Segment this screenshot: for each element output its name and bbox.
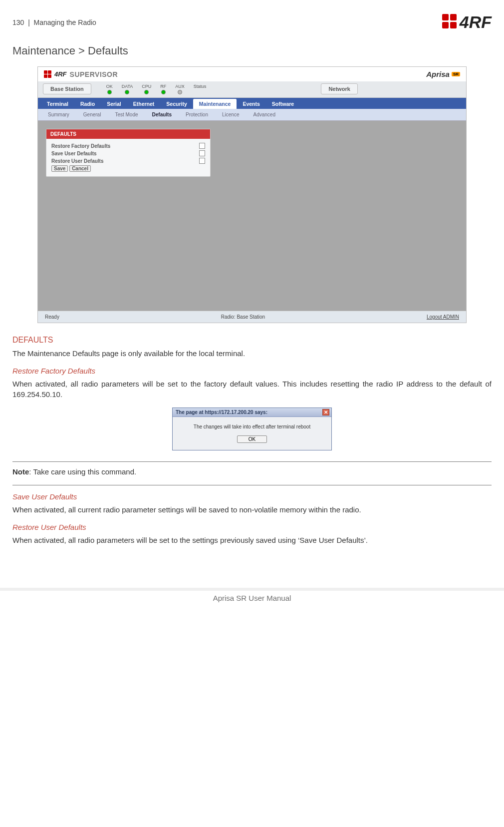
page-title: Maintenance > Defaults	[12, 44, 492, 57]
heading-defaults: DEFAULTS	[12, 336, 492, 345]
paragraph-restore-factory: When activated, all radio parameters wil…	[12, 379, 492, 400]
dialog-body: The changes will take into effect after …	[173, 417, 331, 450]
footer-statusbar: Ready Radio: Base Station Logout ADMIN	[38, 311, 466, 323]
paragraph-save-user: When activated, all current radio parame…	[12, 505, 492, 515]
heading-save-user: Save User Defaults	[12, 492, 492, 501]
cancel-button[interactable]: Cancel	[69, 165, 91, 172]
led-label: RF	[160, 84, 166, 89]
content-canvas: DEFAULTS Restore Factory Defaults Save U…	[38, 121, 466, 311]
status-ready: Ready	[45, 314, 59, 320]
logo-dots-icon	[44, 70, 51, 78]
paragraph-restore-user: When activated, all radio parameters wil…	[12, 535, 492, 545]
tab-security[interactable]: Security	[160, 99, 193, 109]
led-label: AUX	[175, 84, 185, 89]
dialog-titlebar: The page at https://172.17.200.20 says: …	[173, 408, 331, 417]
tab-events[interactable]: Events	[237, 99, 265, 109]
divider	[12, 485, 492, 485]
sub-nav: Summary General Test Mode Defaults Prote…	[38, 109, 466, 121]
aprisa-logo: Aprisa SR	[426, 70, 460, 78]
status-left: Base Station	[43, 83, 91, 94]
heading-restore-factory: Restore Factory Defaults	[12, 367, 492, 375]
tab-serial[interactable]: Serial	[101, 99, 127, 109]
note-label: Note	[12, 467, 29, 476]
dialog-title: The page at https://172.17.200.20 says:	[176, 410, 267, 415]
checkbox-restore-user[interactable]	[199, 158, 205, 164]
status-leds: OK DATA CPU RF AUX Status	[106, 84, 207, 94]
tab-ethernet[interactable]: Ethernet	[127, 99, 161, 109]
note-line: Note: Take care using this command.	[12, 467, 492, 477]
brand-text: 4RF	[460, 12, 492, 32]
subtab-summary[interactable]: Summary	[41, 110, 76, 119]
row-save-user: Save User Defaults	[51, 150, 205, 156]
divider	[12, 461, 492, 462]
header-left: 130 | Managing the Radio	[12, 18, 96, 26]
aprisa-badge: SR	[452, 72, 460, 76]
led-cpu-icon	[144, 90, 149, 94]
close-icon[interactable]: ✕	[322, 409, 329, 415]
led-label: OK	[106, 84, 113, 89]
brand-logo: 4RF	[442, 12, 492, 32]
page-header: 130 | Managing the Radio 4RF	[12, 12, 492, 32]
row-label: Restore Factory Defaults	[51, 143, 110, 149]
note-text: : Take care using this command.	[29, 467, 136, 476]
tab-software[interactable]: Software	[266, 99, 300, 109]
led-aux-icon	[178, 90, 182, 94]
row-restore-factory: Restore Factory Defaults	[51, 143, 205, 149]
subtab-protection[interactable]: Protection	[179, 110, 215, 119]
ok-button[interactable]: OK	[237, 435, 267, 443]
page-number: 130	[12, 18, 24, 26]
subtab-defaults[interactable]: Defaults	[145, 110, 179, 119]
row-restore-user: Restore User Defaults	[51, 158, 205, 164]
led-label: DATA	[122, 84, 133, 89]
page-footer: Aprisa SR User Manual	[12, 591, 492, 605]
document-body: DEFAULTS The Maintenance Defaults page i…	[12, 336, 492, 546]
subtab-advanced[interactable]: Advanced	[246, 110, 282, 119]
tab-maintenance[interactable]: Maintenance	[193, 99, 237, 109]
tab-radio[interactable]: Radio	[74, 99, 101, 109]
subtab-general[interactable]: General	[76, 110, 108, 119]
dialog-wrap: The page at https://172.17.200.20 says: …	[12, 408, 492, 450]
defaults-panel: DEFAULTS Restore Factory Defaults Save U…	[46, 129, 211, 177]
led-label: CPU	[142, 84, 151, 89]
status-right: Network	[321, 83, 357, 94]
subtab-test-mode[interactable]: Test Mode	[108, 110, 145, 119]
supervisor-product: SUPERVISOR	[70, 70, 118, 78]
confirm-dialog: The page at https://172.17.200.20 says: …	[172, 408, 332, 450]
supervisor-screenshot: 4RF SUPERVISOR Aprisa SR Base Station OK…	[37, 66, 467, 323]
section-name: Managing the Radio	[34, 18, 96, 26]
top-nav: Terminal Radio Serial Ethernet Security …	[38, 98, 466, 109]
led-data-icon	[125, 90, 129, 94]
supervisor-logo: 4RF SUPERVISOR	[44, 70, 118, 78]
led-ok-icon	[107, 90, 112, 94]
checkbox-restore-factory[interactable]	[199, 143, 205, 149]
supervisor-header: 4RF SUPERVISOR Aprisa SR	[38, 67, 466, 81]
heading-restore-user: Restore User Defaults	[12, 523, 492, 531]
panel-title: DEFAULTS	[46, 129, 210, 139]
supervisor-brand: 4RF	[54, 70, 67, 78]
save-button[interactable]: Save	[51, 165, 68, 172]
tab-terminal[interactable]: Terminal	[41, 99, 74, 109]
dialog-message: The changes will take into effect after …	[178, 424, 326, 429]
logo-dots-icon	[442, 14, 457, 28]
status-label: Status	[194, 84, 207, 89]
row-label: Save User Defaults	[51, 151, 97, 156]
status-bar: Base Station OK DATA CPU RF AUX Status N…	[38, 81, 466, 98]
row-label: Restore User Defaults	[51, 158, 103, 164]
subtab-licence[interactable]: Licence	[215, 110, 246, 119]
aprisa-text: Aprisa	[426, 70, 450, 78]
logout-link[interactable]: Logout ADMIN	[427, 314, 459, 320]
led-rf-icon	[161, 90, 166, 94]
status-radio: Radio: Base Station	[221, 314, 265, 320]
checkbox-save-user[interactable]	[199, 150, 205, 156]
separator: |	[28, 18, 30, 26]
paragraph-defaults: The Maintenance Defaults page is only av…	[12, 349, 492, 359]
